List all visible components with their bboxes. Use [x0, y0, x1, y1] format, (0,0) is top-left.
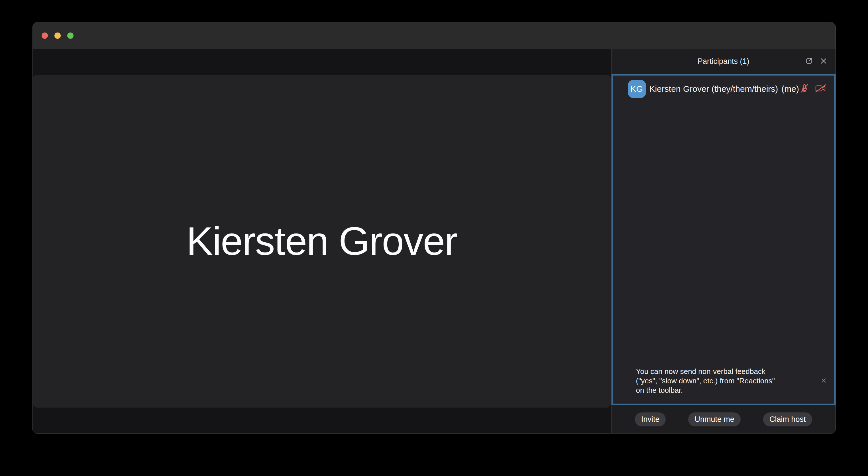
- participants-list-empty-space: [613, 102, 834, 367]
- close-icon: [821, 377, 827, 385]
- stage-top-strip: [33, 49, 611, 75]
- active-participant-name: Kiersten Grover: [186, 218, 457, 264]
- participants-panel-header: Participants (1): [612, 49, 836, 74]
- invite-button[interactable]: Invite: [635, 412, 666, 426]
- notification-line: ("yes", "slow down", etc.) from "Reactio…: [636, 376, 814, 386]
- zoom-meeting-window: Kiersten Grover Participants (1): [32, 22, 836, 434]
- participant-row[interactable]: KG Kiersten Grover (they/them/theirs) (m…: [613, 76, 834, 102]
- participants-panel: Participants (1): [612, 49, 836, 433]
- participants-list-container: KG Kiersten Grover (they/them/theirs) (m…: [612, 74, 836, 405]
- open-in-new-window-icon: [805, 57, 813, 66]
- window-content: Kiersten Grover Participants (1): [33, 49, 836, 433]
- notification-banner: You can now send non-verbal feedback ("y…: [613, 367, 834, 404]
- notification-line: You can now send non-verbal feedback: [636, 367, 814, 376]
- close-window-button[interactable]: [41, 32, 48, 39]
- fullscreen-window-button[interactable]: [67, 32, 73, 39]
- participant-name: Kiersten Grover (they/them/theirs): [649, 84, 778, 94]
- notification-line: on the toolbar.: [636, 386, 814, 395]
- avatar: KG: [628, 80, 646, 98]
- panel-header-icons: [805, 49, 828, 74]
- close-panel-button[interactable]: [819, 57, 828, 66]
- desktop-background: { "main_stage": { "participant_name": "K…: [0, 0, 868, 476]
- popout-panel-button[interactable]: [805, 57, 813, 66]
- camera-slash-icon: [814, 83, 828, 95]
- participant-me-label: (me): [781, 84, 799, 94]
- panel-footer: Invite Unmute me Claim host: [612, 405, 836, 433]
- video-stage: Kiersten Grover: [33, 49, 611, 433]
- stage-bottom-strip: [33, 408, 611, 433]
- mic-slash-icon: [799, 83, 810, 95]
- video-tile: Kiersten Grover: [33, 75, 611, 408]
- unmute-me-button[interactable]: Unmute me: [688, 412, 741, 426]
- close-icon: [819, 57, 828, 66]
- window-titlebar: [33, 22, 836, 49]
- claim-host-button[interactable]: Claim host: [763, 412, 812, 426]
- participant-status-icons: [799, 83, 828, 95]
- participants-panel-title: Participants (1): [698, 57, 749, 66]
- dismiss-notification-button[interactable]: [821, 377, 827, 385]
- minimize-window-button[interactable]: [55, 32, 61, 39]
- notification-text: You can now send non-verbal feedback ("y…: [636, 367, 814, 395]
